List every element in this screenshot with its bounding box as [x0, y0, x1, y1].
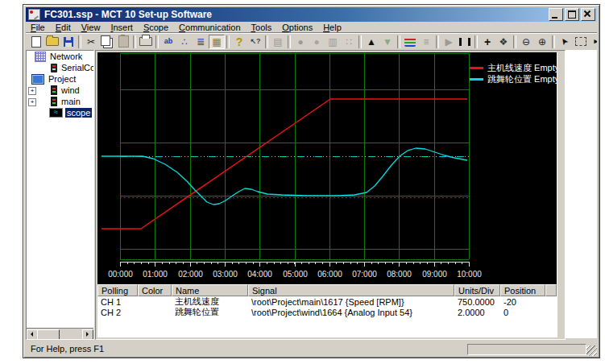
table-row-ch2[interactable]: CH 2 跳舞轮位置 \root\Project\wind\1664 {Anal… [97, 307, 557, 317]
play-icon: ▶ [445, 37, 452, 47]
menu-item-help[interactable]: Help [318, 22, 347, 33]
save-button[interactable] [60, 35, 77, 49]
tree-item-network[interactable]: Network [27, 51, 93, 62]
tree-item-serialcom[interactable]: SerialCom [27, 62, 93, 73]
scope-legend: 主机线速度 Empty跳舞轮位置 Empty [470, 62, 559, 85]
print-button[interactable] [138, 35, 154, 49]
cell-units-div: 2.0000 [454, 308, 500, 317]
end-marker-button[interactable]: ▸| [589, 35, 597, 49]
pause-button[interactable] [457, 35, 473, 49]
table-row-ch1[interactable]: CH 1 主机线速度 \root\Project\main\1617 {Spee… [97, 296, 557, 307]
x-tick-label: 06:000 [317, 270, 342, 279]
menu-item-options[interactable]: Options [277, 22, 318, 33]
track-cursor-button[interactable]: + [479, 35, 495, 49]
header-polling[interactable]: Polling [97, 284, 138, 296]
copy-button[interactable] [99, 35, 115, 49]
zoom-box-button[interactable] [573, 35, 589, 49]
parameter-dots-icon: ∴ [181, 37, 188, 47]
parameter-list-button[interactable]: ≣ [193, 35, 209, 49]
tree-item-wind[interactable]: +wind [27, 85, 93, 96]
minimize-button[interactable] [549, 8, 563, 21]
toolbar-separator [552, 35, 555, 48]
help-button[interactable]: ? [231, 35, 247, 49]
move-up-button[interactable]: ▲ [363, 35, 379, 49]
zoom-in-button[interactable]: ⊕ [534, 35, 550, 49]
x-tick-label: 07:000 [352, 270, 377, 279]
table-view-button[interactable]: ▦ [209, 35, 225, 49]
cell-units-div: 750.0000 [454, 297, 500, 307]
toolbar-separator [474, 35, 478, 48]
tree-item-main[interactable]: +main [27, 96, 93, 107]
app-icon[interactable] [28, 9, 40, 20]
move-down-button: ▼ [379, 35, 396, 49]
scope-waves-button[interactable] [402, 35, 418, 49]
new-button[interactable] [28, 35, 44, 49]
toolbar: ✂ab∴≣▦?↖?▤●●▥∷▲▼≡▶+❖⊖⊕➤▸| [26, 32, 597, 50]
parameter-list-icon: ≣ [197, 37, 205, 47]
menu-item-insert[interactable]: Insert [106, 22, 139, 33]
save-icon [64, 37, 73, 47]
scroll-thumb[interactable] [37, 329, 60, 340]
legend-label: 主机线速度 Empty [487, 62, 559, 74]
cell-polling: CH 1 [97, 297, 138, 307]
expand-icon[interactable]: + [28, 98, 36, 106]
header-signal[interactable]: Signal [248, 284, 454, 296]
parameter-dots-button[interactable]: ∴ [176, 35, 193, 49]
parameter-ab-button[interactable]: ab [160, 35, 176, 49]
toolbar-separator [226, 35, 230, 48]
tree-item-scope[interactable]: ≈scope [27, 107, 93, 118]
device-icon [51, 64, 57, 72]
expand-icon[interactable]: + [28, 87, 36, 95]
header-position[interactable]: Position [500, 284, 545, 296]
cell-position: 0 [500, 308, 545, 317]
pause-icon [459, 38, 470, 46]
tree-item-label: Network [48, 52, 84, 61]
drive-icon [51, 97, 57, 106]
title-bar[interactable]: FC301.ssp - MCT 10 Set-up Software [26, 7, 597, 22]
header-units-div[interactable]: Units/Div [454, 284, 500, 296]
open-button[interactable] [44, 35, 60, 49]
app-window: FC301.ssp - MCT 10 Set-up Software File … [23, 4, 600, 358]
zoom-out-button[interactable]: ⊖ [518, 35, 534, 49]
tree-item-project[interactable]: Project [27, 73, 93, 85]
channel-table-header: Polling Color Name Signal Units/Div Posi… [97, 284, 557, 296]
menu-item-view[interactable]: View [77, 22, 106, 33]
tree-item-label: scope [65, 108, 92, 118]
cell-signal: \root\Project\main\1617 {Speed [RPM]} [248, 297, 454, 307]
point-cursor-button[interactable]: ❖ [495, 35, 512, 49]
x-tick-label: 05:000 [283, 270, 308, 279]
trace-ch1 [102, 99, 467, 229]
legend-swatch [470, 67, 483, 69]
toolbar-separator [397, 35, 400, 48]
scope-lines-icon: ≡ [423, 37, 429, 47]
x-tick-label: 10:000 [457, 270, 482, 279]
status-text: For Help, press F1 [31, 344, 104, 354]
scope-lines-button: ≡ [418, 35, 434, 49]
menu-item-tools[interactable]: Tools [247, 22, 278, 33]
parameter-ab-icon: ab [164, 38, 173, 45]
context-help-button[interactable]: ↖? [247, 35, 263, 49]
scope-canvas: 00:00001:00002:00003:00004:00005:00006:0… [97, 52, 557, 286]
tree-horizontal-scrollbar[interactable] [27, 328, 93, 339]
select-pointer-button[interactable]: ➤ [557, 35, 573, 49]
scroll-right-button[interactable] [82, 329, 93, 340]
header-color[interactable]: Color [138, 284, 172, 296]
resize-grip[interactable] [586, 345, 597, 356]
tree-item-label: main [60, 97, 82, 106]
scroll-left-button[interactable] [27, 329, 38, 340]
x-tick-label: 00:000 [108, 270, 133, 279]
header-name[interactable]: Name [172, 284, 248, 296]
menu-item-scope[interactable]: Scope [139, 22, 174, 33]
close-button[interactable] [581, 8, 595, 21]
scope-plot[interactable]: 00:00001:00002:00003:00004:00005:00006:0… [97, 52, 557, 286]
menu-item-file[interactable]: File [26, 22, 51, 33]
table-view-icon: ▦ [212, 37, 221, 47]
cut-button[interactable]: ✂ [83, 35, 99, 49]
scope-window: 00:00001:00002:00003:00004:00005:00006:0… [95, 50, 566, 340]
toolbar-separator [358, 35, 362, 48]
record-button: ● [309, 35, 325, 49]
menu-item-edit[interactable]: Edit [51, 22, 77, 33]
status-panel [467, 344, 586, 355]
maximize-button[interactable] [565, 8, 579, 21]
menu-item-communication[interactable]: Communication [174, 22, 246, 33]
